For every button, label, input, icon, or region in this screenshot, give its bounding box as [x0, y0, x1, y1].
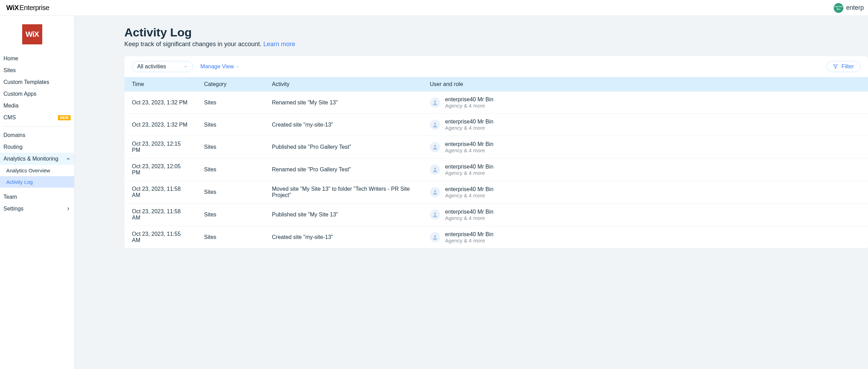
- col-time[interactable]: Time: [124, 77, 196, 92]
- page-subtitle: Keep track of significant changes in you…: [124, 41, 868, 48]
- sidebar-item-label: Sites: [3, 67, 16, 74]
- user-name: enterprise40 Mr Bin: [445, 186, 494, 192]
- user-role: Agency & 4 more: [445, 125, 494, 131]
- svg-point-7: [434, 235, 436, 237]
- filter-label: Filter: [841, 63, 854, 70]
- top-header: WiX Enterprise erprise Bin enterp: [0, 0, 868, 16]
- cell-time: Oct 23, 2023, 11:58 AM: [124, 204, 196, 226]
- cell-category: Sites: [196, 204, 264, 226]
- sidebar-item-analytics-monitoring[interactable]: Analytics & Monitoring: [0, 153, 74, 165]
- sidebar-item-custom-templates[interactable]: Custom Templates: [3, 76, 71, 88]
- user-name: enterprise40 Mr Bin: [445, 231, 494, 238]
- sidebar-item-label: Custom Apps: [3, 91, 36, 97]
- table-row[interactable]: Oct 23, 2023, 11:55 AMSitesCreated site …: [124, 226, 868, 249]
- table-row[interactable]: Oct 23, 2023, 11:58 AMSitesPublished sit…: [124, 204, 868, 226]
- person-icon: [430, 209, 440, 220]
- svg-point-2: [434, 123, 436, 125]
- user-name: enterprise40 Mr Bin: [445, 164, 494, 170]
- cell-category: Sites: [196, 92, 264, 114]
- table-row[interactable]: Oct 23, 2023, 1:32 PMSitesRenamed site "…: [124, 92, 868, 114]
- person-icon: [430, 232, 440, 242]
- sidebar-item-label: Media: [3, 103, 19, 109]
- table-row[interactable]: Oct 23, 2023, 12:05 PMSitesRenamed site …: [124, 158, 868, 181]
- sidebar-item-custom-apps[interactable]: Custom Apps: [3, 88, 71, 100]
- sidebar-item-team[interactable]: Team: [3, 191, 71, 203]
- activity-table: Time Category Activity User and role Oct…: [124, 77, 868, 249]
- sidebar-item-cms[interactable]: CMSNEW: [3, 112, 71, 123]
- svg-point-1: [434, 101, 436, 103]
- chevron-down-icon: [236, 65, 240, 69]
- person-icon: [430, 97, 440, 108]
- sidebar-item-label: Analytics Overview: [6, 168, 50, 173]
- cell-activity: Created site "my-site-13": [264, 114, 422, 136]
- sidebar-item-sites[interactable]: Sites: [3, 65, 71, 76]
- col-user[interactable]: User and role: [422, 77, 868, 92]
- brand-enterprise: Enterprise: [19, 4, 49, 12]
- person-icon: [430, 187, 440, 197]
- cell-activity: Published site "My Site 13": [264, 204, 422, 226]
- col-category[interactable]: Category: [196, 77, 264, 92]
- table-header-row: Time Category Activity User and role: [124, 77, 868, 92]
- cell-time: Oct 23, 2023, 1:32 PM: [124, 92, 196, 114]
- sidebar-item-label: CMS: [3, 114, 16, 121]
- main-content: Activity Log Keep track of significant c…: [74, 16, 868, 369]
- sidebar-item-home[interactable]: Home: [3, 53, 71, 65]
- page-title: Activity Log: [124, 26, 868, 39]
- sidebar-item-label: Custom Templates: [3, 79, 49, 85]
- table-row[interactable]: Oct 23, 2023, 1:32 PMSitesCreated site "…: [124, 114, 868, 136]
- activities-dropdown[interactable]: All activities: [132, 61, 193, 72]
- svg-point-3: [434, 145, 436, 147]
- sidebar-item-label: Domains: [3, 132, 25, 138]
- user-name: enterprise40 Mr Bin: [445, 119, 494, 125]
- sidebar-item-label: Activity Log: [6, 179, 33, 185]
- user-name: enterprise40 Mr Bin: [445, 209, 494, 215]
- user-name: enterprise40 Mr Bin: [445, 96, 494, 103]
- svg-point-6: [434, 213, 436, 215]
- sidebar-item-activity-log[interactable]: Activity Log: [0, 176, 74, 188]
- cell-user: enterprise40 Mr BinAgency & 4 more: [422, 114, 868, 136]
- user-role: Agency & 4 more: [445, 170, 494, 176]
- workspace-logo[interactable]: WiX: [22, 24, 42, 44]
- cell-user: enterprise40 Mr BinAgency & 4 more: [422, 136, 868, 158]
- page-subtitle-text: Keep track of significant changes in you…: [124, 41, 263, 48]
- table-row[interactable]: Oct 23, 2023, 12:15 PMSitesPublished sit…: [124, 136, 868, 158]
- col-activity[interactable]: Activity: [264, 77, 422, 92]
- cell-activity: Created site "my-site-13": [264, 226, 422, 249]
- cell-category: Sites: [196, 181, 264, 204]
- cell-user: enterprise40 Mr BinAgency & 4 more: [422, 92, 868, 114]
- cell-user: enterprise40 Mr BinAgency & 4 more: [422, 204, 868, 226]
- cell-user: enterprise40 Mr BinAgency & 4 more: [422, 158, 868, 181]
- cell-time: Oct 23, 2023, 11:58 AM: [124, 181, 196, 204]
- cell-user: enterprise40 Mr BinAgency & 4 more: [422, 226, 868, 249]
- cell-activity: Moved site "My Site 13" to folder "Tech …: [264, 181, 422, 204]
- chevron-down-icon: [184, 65, 188, 69]
- user-role: Agency & 4 more: [445, 192, 494, 198]
- learn-more-link[interactable]: Learn more: [263, 41, 295, 48]
- activity-card: All activities Manage View Filter: [124, 56, 868, 249]
- account-label: enterp: [846, 4, 864, 11]
- user-role: Agency & 4 more: [445, 103, 494, 109]
- brand-logo[interactable]: WiX Enterprise: [6, 4, 49, 12]
- cell-category: Sites: [196, 158, 264, 181]
- sidebar-item-routing[interactable]: Routing: [3, 141, 71, 153]
- user-role: Agency & 4 more: [445, 238, 494, 243]
- sidebar: WiX HomeSitesCustom TemplatesCustom Apps…: [0, 16, 74, 369]
- filter-button[interactable]: Filter: [826, 61, 860, 72]
- chevron-right-icon: [66, 206, 71, 211]
- cell-category: Sites: [196, 226, 264, 249]
- account-menu[interactable]: erprise Bin enterp: [834, 3, 864, 13]
- cell-time: Oct 23, 2023, 12:05 PM: [124, 158, 196, 181]
- table-row[interactable]: Oct 23, 2023, 11:58 AMSitesMoved site "M…: [124, 181, 868, 204]
- svg-point-5: [434, 190, 436, 192]
- sidebar-item-settings[interactable]: Settings: [3, 203, 71, 215]
- cell-user: enterprise40 Mr BinAgency & 4 more: [422, 181, 868, 204]
- nav-divider: [3, 126, 71, 127]
- sidebar-item-media[interactable]: Media: [3, 100, 71, 112]
- sidebar-item-domains[interactable]: Domains: [3, 129, 71, 141]
- sidebar-item-label: Settings: [3, 206, 24, 212]
- manage-view-button[interactable]: Manage View: [201, 63, 240, 70]
- svg-point-4: [434, 168, 436, 170]
- cell-activity: Renamed site "My Site 13": [264, 92, 422, 114]
- user-role: Agency & 4 more: [445, 147, 494, 153]
- sidebar-item-analytics-overview[interactable]: Analytics Overview: [3, 165, 71, 176]
